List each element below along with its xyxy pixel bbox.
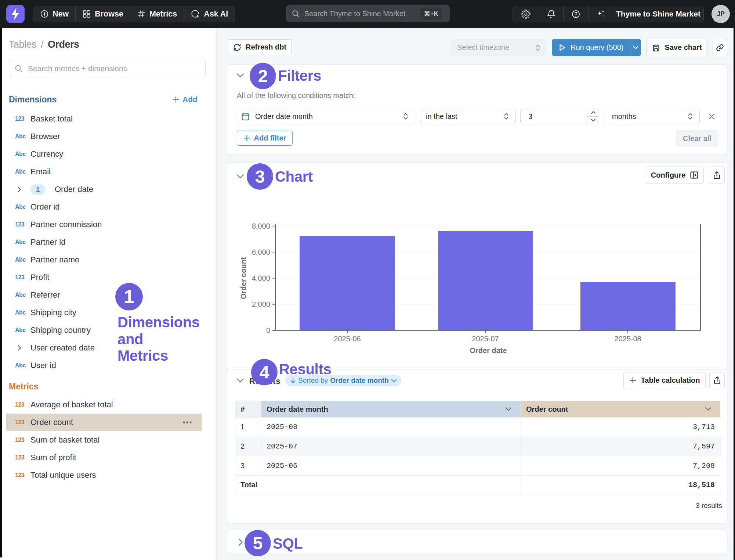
svg-text:8,000: 8,000 [252, 222, 270, 230]
svg-text:0: 0 [266, 326, 270, 334]
svg-text:2025-07: 2025-07 [472, 335, 499, 343]
svg-text:4,000: 4,000 [252, 274, 270, 282]
svg-text:2025-06: 2025-06 [334, 335, 361, 343]
svg-text:2025-08: 2025-08 [614, 335, 641, 343]
svg-text:Order count: Order count [239, 257, 247, 299]
svg-text:Order date: Order date [470, 346, 507, 354]
svg-text:2,000: 2,000 [252, 300, 270, 308]
svg-text:6,000: 6,000 [252, 248, 270, 256]
